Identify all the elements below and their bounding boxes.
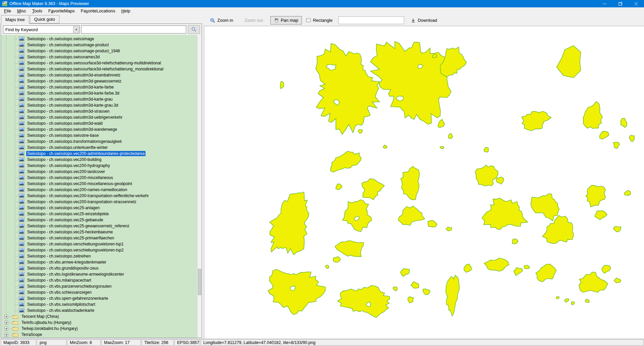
tree-item-label[interactable]: Swisstopo - ch.vbs.grunddispositiv-zeus	[26, 266, 100, 271]
tree-item[interactable]: Swisstopo - ch.swisstopo.swisstlm3d-stra…	[1, 108, 197, 114]
tree-item[interactable]: Swisstopo - ch.swisstopo.verschiebungsve…	[1, 241, 197, 247]
menu-item-help[interactable]: Help	[118, 7, 133, 15]
tree-item-label[interactable]: Swisstopo - ch.swisstopo.vec200-transpor…	[26, 193, 150, 198]
rectangle-button[interactable]: Rectangle	[303, 16, 335, 24]
tree-item[interactable]: Swisstopo - ch.swisstopo.swisstne-base	[1, 132, 197, 138]
tree-item[interactable]: Swisstopo - ch.vbs.swissmilpilotschart	[1, 301, 197, 307]
tree-item[interactable]: Swisstopo - ch.vbs.grunddispositiv-zeus	[1, 265, 197, 271]
tree-item-label[interactable]: Swisstopo - ch.vbs.milairspacechart	[26, 278, 92, 283]
tree-item[interactable]: Swisstopo - ch.vbs.logistikraeume-armeel…	[1, 271, 197, 277]
tree-item-label[interactable]: Swisstopo - ch.swisstopo.vec200-miscella…	[26, 181, 133, 186]
search-button[interactable]	[188, 25, 200, 34]
close-button[interactable]	[628, 0, 644, 7]
tree-item-label[interactable]: Swisstopo - ch.swisstopo.swisstlm3d-wand…	[26, 127, 118, 132]
maps-tree[interactable]: Swisstopo - ch.swisstopo.swissimage Swis…	[1, 35, 197, 338]
search-input[interactable]	[81, 25, 186, 34]
tree-item[interactable]: Swisstopo - ch.swisstopo.swisstlm3d-wald	[1, 120, 197, 126]
tree-item[interactable]: Swisstopo - ch.swisstopo.swisstlm3d-kart…	[1, 90, 197, 96]
tree-item[interactable]: Swisstopo - ch.swisstopo.swissimage	[1, 36, 197, 42]
tree-folder[interactable]: Terinfo.ujbuda.hu (Hungary)	[1, 320, 197, 326]
tree-item[interactable]: Swisstopo - ch.swisstopo.swisstlm3d-eise…	[1, 72, 197, 78]
tree-folder-label[interactable]: Terinfo.ujbuda.hu (Hungary)	[20, 320, 72, 325]
tree-item[interactable]: Swisstopo - ch.vbs.panzerverschiebungsro…	[1, 283, 197, 289]
tree-item[interactable]: Swisstopo - ch.swisstopo.zeitreihen	[1, 253, 197, 259]
tree-item[interactable]: Swisstopo - ch.swisstopo.vec25-primaerfl…	[1, 235, 197, 241]
tree-scrollbar-thumb[interactable]	[198, 269, 201, 295]
tree-item-label[interactable]: Swisstopo - ch.swisstopo.swisstlm3d-kart…	[26, 84, 115, 90]
tree-item-label[interactable]: Swisstopo - ch.swisstopo.vec200-landcove…	[26, 169, 106, 174]
tree-item-label[interactable]: Swisstopo - ch.swisstopo.vec200-miscella…	[26, 175, 114, 180]
tree-item[interactable]: Swisstopo - ch.swisstopo.vec200-transpor…	[1, 193, 197, 199]
tree-item-label[interactable]: Swisstopo - ch.swisstopo.swisstlm3d-kart…	[26, 103, 119, 108]
tree-item-label[interactable]: Swisstopo - ch.swisstopo.swissimage-prod…	[26, 42, 110, 48]
tree-item[interactable]: Swisstopo - ch.swisstopo.swisssurface3d-…	[1, 60, 197, 66]
menu-item-misc[interactable]: Misc	[14, 7, 29, 15]
tree-item[interactable]: Swisstopo - ch.swisstopo.swissimage-prod…	[1, 48, 197, 54]
tree-item[interactable]: Swisstopo - ch.swisstopo.swisstlm3d-kart…	[1, 96, 197, 102]
tree-item-label[interactable]: Swisstopo - ch.swisstopo.vec25-gebaeude	[26, 217, 104, 223]
tree-item[interactable]: Swisstopo - ch.swisstopo.vec200-adminbou…	[1, 151, 197, 157]
tree-item-label[interactable]: Swisstopo - ch.vbs.logistikraeume-armeel…	[26, 272, 125, 277]
tree-item[interactable]: Swisstopo - ch.vbs.schiessanzeigen	[1, 289, 197, 295]
tree-item[interactable]: Swisstopo - ch.swisstopo.swisssurface3d-…	[1, 66, 197, 72]
tree-item[interactable]: Swisstopo - ch.swisstopo.swissimage-prod…	[1, 42, 197, 48]
tree-item-label[interactable]: Swisstopo - ch.swisstopo.vec25-heckenbae…	[26, 229, 114, 235]
tree-item[interactable]: Swisstopo - ch.swisstopo.swisstlm3d-kart…	[1, 84, 197, 90]
tree-item[interactable]: Swisstopo - ch.vbs.sperr-gefahrenzonenka…	[1, 295, 197, 301]
search-mode-dropdown[interactable]: Find by Keyword ▼	[3, 25, 79, 34]
tree-item-label[interactable]: Swisstopo - ch.vbs.panzerverschiebungsro…	[26, 284, 112, 289]
tree-item-label[interactable]: Swisstopo - ch.swisstopo.swisstne-base	[26, 133, 100, 138]
tree-item[interactable]: Swisstopo - ch.vbs.waldschadenkarte	[1, 307, 197, 313]
tree-item-label[interactable]: Swisstopo - ch.swisstopo.unterkuenfte-wi…	[26, 145, 109, 150]
tree-item-label[interactable]: Swisstopo - ch.swisstopo.vec200-adminbou…	[26, 151, 146, 156]
tree-item-label[interactable]: Swisstopo - ch.swisstopo.swissnames3d	[26, 54, 101, 60]
tree-item[interactable]: Swisstopo - ch.swisstopo.vec200-miscella…	[1, 181, 197, 187]
tree-item-label[interactable]: Swisstopo - ch.swisstopo.vec25-anlagen	[26, 205, 101, 211]
tree-item-label[interactable]: Swisstopo - ch.swisstopo.swisssurface3d-…	[26, 60, 162, 66]
tree-item[interactable]: Swisstopo - ch.swisstopo.unterkuenfte-wi…	[1, 145, 197, 151]
tree-item-label[interactable]: Swisstopo - ch.vbs.sperr-gefahrenzonenka…	[26, 296, 109, 301]
tree-folder[interactable]: Tencent Map (China)	[1, 313, 197, 320]
chevron-down-icon[interactable]: ▼	[73, 26, 79, 33]
tree-item[interactable]: Swisstopo - ch.vbs.armee-kriegsdenkmaele…	[1, 259, 197, 265]
tree-item[interactable]: Swisstopo - ch.swisstopo.vec200-landcove…	[1, 169, 197, 175]
tree-item[interactable]: Swisstopo - ch.swisstopo.verschiebungsve…	[1, 247, 197, 253]
tree-item[interactable]: Swisstopo - ch.swisstopo.vec200-hydrogra…	[1, 163, 197, 169]
tree-item-label[interactable]: Swisstopo - ch.swisstopo.vec200-hydrogra…	[26, 163, 111, 168]
toolbar-input[interactable]	[338, 16, 404, 24]
tree-item-label[interactable]: Swisstopo - ch.swisstopo.swisssurface3d-…	[26, 66, 164, 72]
tree-item[interactable]: Swisstopo - ch.swisstopo.vec200-transpor…	[1, 199, 197, 205]
menu-item-favoritelocations[interactable]: FavoriteLocations	[78, 7, 118, 15]
tree-item-label[interactable]: Swisstopo - ch.swisstopo.swisstlm3d-uebr…	[26, 115, 123, 120]
tree-item-label[interactable]: Swisstopo - ch.swisstopo.verschiebungsve…	[26, 241, 124, 247]
tree-item[interactable]: Swisstopo - ch.swisstopo.vec25-heckenbae…	[1, 229, 197, 235]
zoom-in-button[interactable]: Zoom in	[207, 16, 236, 25]
tree-item-label[interactable]: Swisstopo - ch.swisstopo.swisstlm3d-kart…	[26, 97, 114, 102]
tree-item-label[interactable]: Swisstopo - ch.swisstopo.vec200-names-na…	[26, 187, 128, 192]
tree-item[interactable]: Swisstopo - ch.vbs.milairspacechart	[1, 277, 197, 283]
tree-item-label[interactable]: Swisstopo - ch.swisstopo.zeitreihen	[26, 253, 92, 259]
tree-item-label[interactable]: Swisstopo - ch.swisstopo.swissimage-prod…	[26, 48, 121, 54]
tree-item-label[interactable]: Swisstopo - ch.vbs.waldschadenkarte	[26, 308, 95, 313]
expand-plus-icon[interactable]	[4, 327, 8, 331]
tree-item-label[interactable]: Swisstopo - ch.swisstopo.vec200-building	[26, 157, 102, 162]
tree-item[interactable]: Swisstopo - ch.swisstopo.swissnames3d	[1, 54, 197, 60]
tree-item[interactable]: Swisstopo - ch.swisstopo.swisstlm3d-wand…	[1, 126, 197, 132]
tree-item[interactable]: Swisstopo - ch.swisstopo.vec200-building	[1, 157, 197, 163]
tree-item-label[interactable]: Swisstopo - ch.vbs.swissmilpilotschart	[26, 302, 96, 307]
tree-item[interactable]: Swisstopo - ch.swisstopo.vec200-names-na…	[1, 187, 197, 193]
tree-item[interactable]: Swisstopo - ch.swisstopo.swisstlm3d-kart…	[1, 102, 197, 108]
map-canvas[interactable]	[204, 26, 644, 339]
tree-item[interactable]: Swisstopo - ch.swisstopo.vec25-gewaesser…	[1, 223, 197, 229]
menu-item-tools[interactable]: Tools	[29, 7, 45, 15]
restore-button[interactable]	[612, 0, 628, 7]
tree-item-label[interactable]: Swisstopo - ch.swisstopo.vec25-primaerfl…	[26, 235, 115, 241]
tab-quick-goto[interactable]: Quick goto	[30, 15, 59, 23]
menu-item-favoritemaps[interactable]: FavoriteMaps	[45, 7, 78, 15]
tree-folder-label[interactable]: Terkep.torokbalint.hu (Hungary)	[20, 326, 79, 331]
tree-item[interactable]: Swisstopo - ch.swisstopo.vec25-anlagen	[1, 205, 197, 211]
pan-map-button[interactable]: Pan map	[270, 16, 302, 24]
tree-item[interactable]: Swisstopo - ch.swisstopo.swisstlm3d-gewa…	[1, 78, 197, 84]
minimize-button[interactable]	[597, 0, 612, 7]
tree-item-label[interactable]: Swisstopo - ch.swisstopo.swisstlm3d-kart…	[26, 91, 120, 96]
